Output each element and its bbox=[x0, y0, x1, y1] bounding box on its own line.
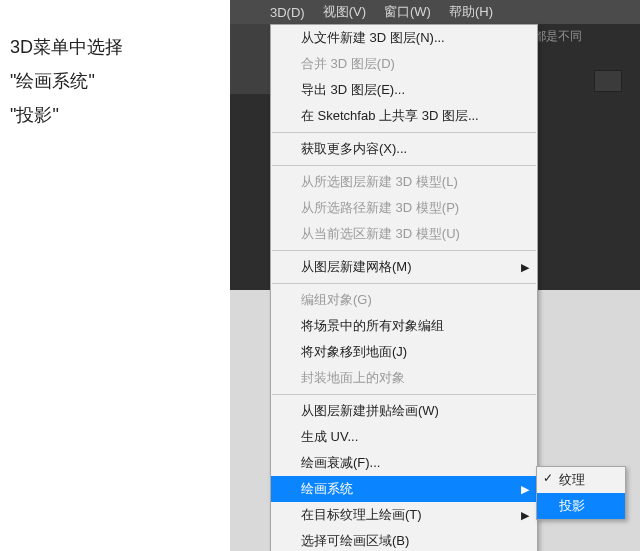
submenu-arrow-icon: ▶ bbox=[521, 483, 529, 496]
menu-separator bbox=[272, 250, 536, 251]
menu-item-label: 绘画系统 bbox=[301, 480, 353, 498]
tool-panel bbox=[230, 24, 270, 94]
menubar: 3D(D) 视图(V) 窗口(W) 帮助(H) bbox=[230, 0, 640, 24]
instruction-text: 3D菜单中选择 "绘画系统" "投影" bbox=[10, 30, 123, 133]
menu-item-label: 将对象移到地面(J) bbox=[301, 343, 407, 361]
menu-item-label: 合并 3D 图层(D) bbox=[301, 55, 395, 73]
menu-item[interactable]: 获取更多内容(X)... bbox=[271, 136, 537, 162]
menu-item-label: 选择可绘画区域(B) bbox=[301, 532, 409, 550]
menu-separator bbox=[272, 394, 536, 395]
submenu-item[interactable]: ✓纹理 bbox=[537, 467, 625, 493]
menubar-item-window[interactable]: 窗口(W) bbox=[384, 3, 431, 21]
submenu-item[interactable]: 投影 bbox=[537, 493, 625, 519]
menu-item-label: 从所选路径新建 3D 模型(P) bbox=[301, 199, 459, 217]
menu-item: 从当前选区新建 3D 模型(U) bbox=[271, 221, 537, 247]
menu-item[interactable]: 导出 3D 图层(E)... bbox=[271, 77, 537, 103]
menu-item-label: 生成 UV... bbox=[301, 428, 358, 446]
menu-item: 封装地面上的对象 bbox=[271, 365, 537, 391]
menu-item[interactable]: 将对象移到地面(J) bbox=[271, 339, 537, 365]
menu-item: 编组对象(G) bbox=[271, 287, 537, 313]
menu-item[interactable]: 在目标纹理上绘画(T)▶ bbox=[271, 502, 537, 528]
menu-item[interactable]: 选择可绘画区域(B) bbox=[271, 528, 537, 551]
menu-item: 从所选路径新建 3D 模型(P) bbox=[271, 195, 537, 221]
menu-item-label: 从图层新建网格(M) bbox=[301, 258, 412, 276]
menu-item[interactable]: 生成 UV... bbox=[271, 424, 537, 450]
menu-item-label: 从当前选区新建 3D 模型(U) bbox=[301, 225, 460, 243]
menu-item-label: 获取更多内容(X)... bbox=[301, 140, 407, 158]
submenu-arrow-icon: ▶ bbox=[521, 261, 529, 274]
submenu-arrow-icon: ▶ bbox=[521, 509, 529, 522]
menu-item[interactable]: 绘画衰减(F)... bbox=[271, 450, 537, 476]
menu-item: 从所选图层新建 3D 模型(L) bbox=[271, 169, 537, 195]
instruction-line: "投影" bbox=[10, 98, 123, 132]
3d-dropdown-menu: 从文件新建 3D 图层(N)...合并 3D 图层(D)导出 3D 图层(E).… bbox=[270, 24, 538, 551]
menu-item-label: 在目标纹理上绘画(T) bbox=[301, 506, 422, 524]
menubar-item-3d[interactable]: 3D(D) bbox=[270, 5, 305, 20]
menu-item[interactable]: 在 Sketchfab 上共享 3D 图层... bbox=[271, 103, 537, 129]
menu-item-label: 将场景中的所有对象编组 bbox=[301, 317, 444, 335]
menu-item[interactable]: 绘画系统▶ bbox=[271, 476, 537, 502]
menu-item-label: 导出 3D 图层(E)... bbox=[301, 81, 405, 99]
menu-item-label: 从文件新建 3D 图层(N)... bbox=[301, 29, 445, 47]
menu-item: 合并 3D 图层(D) bbox=[271, 51, 537, 77]
menu-item[interactable]: 从文件新建 3D 图层(N)... bbox=[271, 25, 537, 51]
menubar-item-view[interactable]: 视图(V) bbox=[323, 3, 366, 21]
menu-item-label: 封装地面上的对象 bbox=[301, 369, 405, 387]
submenu-item-label: 投影 bbox=[559, 498, 585, 513]
menu-item-label: 在 Sketchfab 上共享 3D 图层... bbox=[301, 107, 479, 125]
dropdown-control[interactable] bbox=[594, 70, 622, 92]
instruction-line: "绘画系统" bbox=[10, 64, 123, 98]
paint-system-submenu: ✓纹理投影 bbox=[536, 466, 626, 520]
instruction-line: 3D菜单中选择 bbox=[10, 30, 123, 64]
menu-separator bbox=[272, 165, 536, 166]
menu-item-label: 从所选图层新建 3D 模型(L) bbox=[301, 173, 458, 191]
menu-item-label: 绘画衰减(F)... bbox=[301, 454, 380, 472]
menu-separator bbox=[272, 283, 536, 284]
menu-item-label: 编组对象(G) bbox=[301, 291, 372, 309]
menu-item[interactable]: 从图层新建网格(M)▶ bbox=[271, 254, 537, 280]
menu-item[interactable]: 从图层新建拼贴绘画(W) bbox=[271, 398, 537, 424]
check-icon: ✓ bbox=[543, 471, 553, 485]
menubar-item-help[interactable]: 帮助(H) bbox=[449, 3, 493, 21]
menu-separator bbox=[272, 132, 536, 133]
menu-item[interactable]: 将场景中的所有对象编组 bbox=[271, 313, 537, 339]
menu-item-label: 从图层新建拼贴绘画(W) bbox=[301, 402, 439, 420]
submenu-item-label: 纹理 bbox=[559, 472, 585, 487]
